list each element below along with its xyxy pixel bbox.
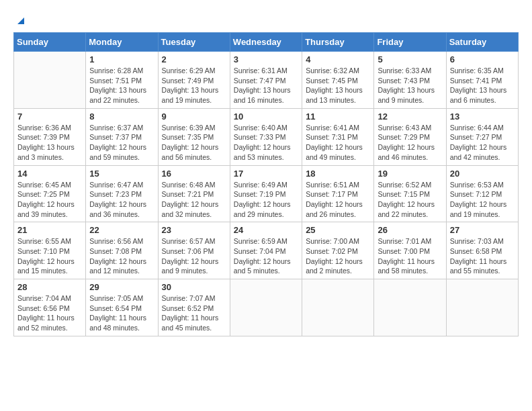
day-number: 17 [234,169,298,179]
day-number: 7 [17,111,82,122]
calendar-cell: 19Sunrise: 6:52 AM Sunset: 7:15 PM Dayli… [374,165,446,222]
calendar-header-row: SundayMondayTuesdayWednesdayThursdayFrid… [14,33,519,52]
day-info: Sunrise: 6:52 AM Sunset: 7:15 PM Dayligh… [378,180,442,220]
calendar-cell [14,52,86,109]
day-number: 13 [450,111,515,122]
day-info: Sunrise: 6:33 AM Sunset: 7:43 PM Dayligh… [378,66,442,105]
calendar-day-header: Monday [86,33,158,52]
day-info: Sunrise: 6:59 AM Sunset: 7:04 PM Dayligh… [234,236,298,276]
calendar-cell: 8Sunrise: 6:37 AM Sunset: 7:37 PM Daylig… [86,108,158,165]
day-info: Sunrise: 6:39 AM Sunset: 7:35 PM Dayligh… [162,123,226,163]
calendar-cell: 6Sunrise: 6:35 AM Sunset: 7:41 PM Daylig… [446,52,518,109]
calendar-cell: 14Sunrise: 6:45 AM Sunset: 7:25 PM Dayli… [14,165,86,222]
day-number: 11 [306,111,370,122]
calendar-cell: 23Sunrise: 6:57 AM Sunset: 7:06 PM Dayli… [158,222,230,279]
day-info: Sunrise: 6:44 AM Sunset: 7:27 PM Dayligh… [450,123,515,163]
day-info: Sunrise: 7:01 AM Sunset: 7:00 PM Dayligh… [378,236,442,276]
day-info: Sunrise: 6:51 AM Sunset: 7:17 PM Dayligh… [306,180,370,220]
calendar-cell: 18Sunrise: 6:51 AM Sunset: 7:17 PM Dayli… [302,165,374,222]
day-number: 14 [17,169,82,179]
day-number: 29 [89,282,154,292]
calendar-cell: 11Sunrise: 6:41 AM Sunset: 7:31 PM Dayli… [302,108,374,165]
day-number: 2 [162,54,226,64]
day-info: Sunrise: 6:40 AM Sunset: 7:33 PM Dayligh… [234,123,298,163]
calendar-cell [230,279,302,336]
calendar-cell: 29Sunrise: 7:05 AM Sunset: 6:54 PM Dayli… [86,279,158,336]
day-number: 18 [306,169,370,179]
day-info: Sunrise: 6:41 AM Sunset: 7:31 PM Dayligh… [306,123,370,163]
calendar-cell: 17Sunrise: 6:49 AM Sunset: 7:19 PM Dayli… [230,165,302,222]
calendar-cell: 1Sunrise: 6:28 AM Sunset: 7:51 PM Daylig… [86,52,158,109]
day-info: Sunrise: 7:03 AM Sunset: 6:58 PM Dayligh… [450,236,515,276]
day-info: Sunrise: 6:32 AM Sunset: 7:45 PM Dayligh… [306,66,370,105]
day-number: 9 [162,111,226,122]
day-info: Sunrise: 6:43 AM Sunset: 7:29 PM Dayligh… [378,123,442,163]
day-number: 15 [89,169,154,179]
logo-icon [15,13,27,26]
day-number: 24 [234,225,298,235]
calendar-cell: 22Sunrise: 6:56 AM Sunset: 7:08 PM Dayli… [86,222,158,279]
day-number: 26 [378,225,442,235]
day-number: 25 [306,225,370,235]
day-number: 12 [378,111,442,122]
calendar-cell: 2Sunrise: 6:29 AM Sunset: 7:49 PM Daylig… [158,52,230,109]
day-number: 28 [17,282,82,292]
calendar-cell: 12Sunrise: 6:43 AM Sunset: 7:29 PM Dayli… [374,108,446,165]
day-info: Sunrise: 6:55 AM Sunset: 7:10 PM Dayligh… [17,236,82,276]
svg-marker-0 [17,17,24,24]
day-info: Sunrise: 6:48 AM Sunset: 7:21 PM Dayligh… [162,180,226,220]
calendar-cell [446,279,518,336]
day-number: 20 [450,169,515,179]
calendar-cell: 7Sunrise: 6:36 AM Sunset: 7:39 PM Daylig… [14,108,86,165]
calendar-cell: 5Sunrise: 6:33 AM Sunset: 7:43 PM Daylig… [374,52,446,109]
calendar-cell [302,279,374,336]
day-number: 22 [89,225,154,235]
calendar-cell: 16Sunrise: 6:48 AM Sunset: 7:21 PM Dayli… [158,165,230,222]
calendar-cell: 24Sunrise: 6:59 AM Sunset: 7:04 PM Dayli… [230,222,302,279]
day-info: Sunrise: 6:49 AM Sunset: 7:19 PM Dayligh… [234,180,298,220]
day-number: 23 [162,225,226,235]
calendar-cell: 27Sunrise: 7:03 AM Sunset: 6:58 PM Dayli… [446,222,518,279]
day-info: Sunrise: 6:47 AM Sunset: 7:23 PM Dayligh… [89,180,154,220]
calendar-day-header: Sunday [14,33,86,52]
calendar-day-header: Tuesday [158,33,230,52]
day-number: 3 [234,54,298,64]
calendar-cell: 30Sunrise: 7:07 AM Sunset: 6:52 PM Dayli… [158,279,230,336]
day-number: 30 [162,282,226,292]
calendar-day-header: Wednesday [230,33,302,52]
page-header [13,13,519,26]
day-number: 8 [89,111,154,122]
calendar-cell: 4Sunrise: 6:32 AM Sunset: 7:45 PM Daylig… [302,52,374,109]
day-number: 27 [450,225,515,235]
calendar-week-row: 1Sunrise: 6:28 AM Sunset: 7:51 PM Daylig… [14,52,519,109]
calendar-cell: 3Sunrise: 6:31 AM Sunset: 7:47 PM Daylig… [230,52,302,109]
calendar-cell: 20Sunrise: 6:53 AM Sunset: 7:12 PM Dayli… [446,165,518,222]
calendar-cell: 28Sunrise: 7:04 AM Sunset: 6:56 PM Dayli… [14,279,86,336]
day-info: Sunrise: 6:57 AM Sunset: 7:06 PM Dayligh… [162,236,226,276]
day-info: Sunrise: 6:37 AM Sunset: 7:37 PM Dayligh… [89,123,154,163]
calendar-week-row: 14Sunrise: 6:45 AM Sunset: 7:25 PM Dayli… [14,165,519,222]
day-number: 21 [17,225,82,235]
calendar-cell: 9Sunrise: 6:39 AM Sunset: 7:35 PM Daylig… [158,108,230,165]
calendar-table: SundayMondayTuesdayWednesdayThursdayFrid… [13,32,519,336]
calendar-cell [374,279,446,336]
calendar-day-header: Saturday [446,33,518,52]
calendar-cell: 25Sunrise: 7:00 AM Sunset: 7:02 PM Dayli… [302,222,374,279]
day-number: 16 [162,169,226,179]
day-number: 1 [89,54,154,64]
day-info: Sunrise: 6:36 AM Sunset: 7:39 PM Dayligh… [17,123,82,163]
day-info: Sunrise: 6:35 AM Sunset: 7:41 PM Dayligh… [450,66,515,105]
calendar-week-row: 21Sunrise: 6:55 AM Sunset: 7:10 PM Dayli… [14,222,519,279]
day-info: Sunrise: 6:28 AM Sunset: 7:51 PM Dayligh… [89,66,154,105]
day-number: 19 [378,169,442,179]
calendar-cell: 10Sunrise: 6:40 AM Sunset: 7:33 PM Dayli… [230,108,302,165]
day-number: 6 [450,54,515,64]
calendar-cell: 21Sunrise: 6:55 AM Sunset: 7:10 PM Dayli… [14,222,86,279]
day-info: Sunrise: 6:53 AM Sunset: 7:12 PM Dayligh… [450,180,515,220]
day-info: Sunrise: 6:29 AM Sunset: 7:49 PM Dayligh… [162,66,226,105]
day-info: Sunrise: 7:04 AM Sunset: 6:56 PM Dayligh… [17,293,82,333]
day-info: Sunrise: 6:56 AM Sunset: 7:08 PM Dayligh… [89,236,154,276]
calendar-week-row: 28Sunrise: 7:04 AM Sunset: 6:56 PM Dayli… [14,279,519,336]
day-info: Sunrise: 7:00 AM Sunset: 7:02 PM Dayligh… [306,236,370,276]
calendar-cell: 15Sunrise: 6:47 AM Sunset: 7:23 PM Dayli… [86,165,158,222]
